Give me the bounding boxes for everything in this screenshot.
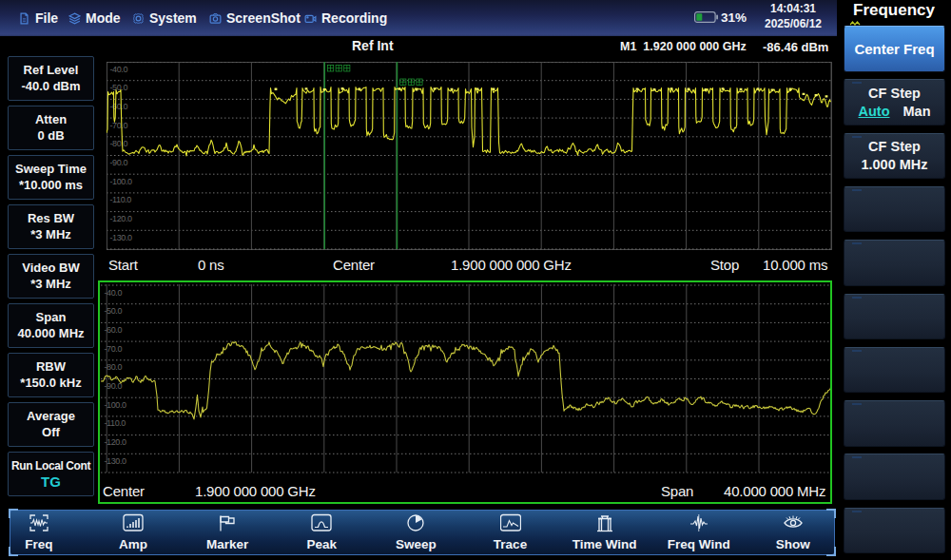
svg-text:-130.0: -130.0 (110, 233, 133, 242)
svg-text:-70.0: -70.0 (105, 344, 123, 354)
svg-text:-50.0: -50.0 (105, 306, 123, 316)
svg-text:-40.0: -40.0 (105, 288, 123, 298)
svg-text:-50.0: -50.0 (110, 83, 128, 92)
svg-text:-70.0: -70.0 (110, 121, 128, 130)
svg-text:-80.0: -80.0 (110, 139, 128, 148)
svg-text:-40.0: -40.0 (110, 65, 128, 74)
svg-text:-120.0: -120.0 (110, 214, 133, 223)
svg-text:-90.0: -90.0 (110, 158, 128, 167)
svg-text:-110.0: -110.0 (110, 195, 132, 204)
svg-text:-100.0: -100.0 (110, 177, 133, 186)
svg-text:-60.0: -60.0 (105, 325, 123, 335)
svg-text:-110.0: -110.0 (105, 418, 126, 428)
svg-text:-100.0: -100.0 (105, 400, 127, 410)
svg-text:-90.0: -90.0 (105, 381, 123, 391)
svg-text:-130.0: -130.0 (105, 456, 127, 466)
svg-text:-80.0: -80.0 (105, 362, 123, 372)
svg-text:-120.0: -120.0 (105, 437, 127, 447)
svg-text:-60.0: -60.0 (110, 102, 128, 111)
